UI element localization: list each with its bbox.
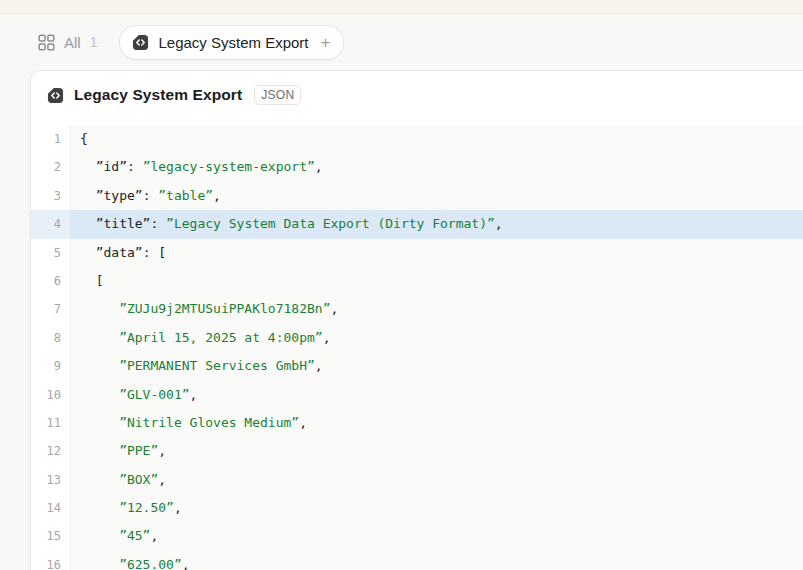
code-content: ”data”: [ — [71, 239, 803, 267]
all-tabs-label: All — [64, 34, 81, 51]
token-punc: { — [80, 131, 88, 146]
token-str: ”PERMANENT Services GmbH” — [80, 358, 315, 373]
token-str: ”Legacy System Data Export (Dirty Format… — [166, 216, 495, 231]
add-tab-button[interactable]: + — [321, 34, 331, 51]
tab-bar: All 1 Legacy System Export + — [0, 15, 803, 69]
code-content: ”April 15, 2025 at 4:00pm”, — [71, 324, 803, 352]
token-punc: , — [158, 443, 166, 458]
token-punc: , — [315, 159, 323, 174]
code-line: 2 ”id”: ”legacy-system-export”, — [31, 153, 803, 181]
token-punc: : [ — [143, 245, 166, 260]
token-key: ”id” — [80, 159, 127, 174]
code-line: 5 ”data”: [ — [31, 239, 803, 267]
code-line: 14 ”12.50”, — [31, 494, 803, 522]
token-str: ”625.00” — [80, 557, 182, 570]
tab-legacy-system-export[interactable]: Legacy System Export + — [119, 25, 344, 60]
token-punc: : — [143, 188, 159, 203]
code-file-icon — [47, 87, 64, 104]
code-content: ”PPE”, — [71, 437, 803, 465]
code-line: 11 ”Nitrile Gloves Medium”, — [31, 409, 803, 437]
code-line: 10 ”GLV-001”, — [31, 381, 803, 409]
format-badge: JSON — [254, 85, 301, 105]
json-code-viewer: 1 { 2 ”id”: ”legacy-system-export”, 3 ”t… — [31, 119, 803, 570]
token-punc: , — [315, 358, 323, 373]
line-number: 9 — [31, 352, 71, 380]
code-file-icon — [132, 34, 149, 51]
line-number: 5 — [31, 239, 71, 267]
code-line: 12 ”PPE”, — [31, 437, 803, 465]
line-number: 16 — [31, 551, 71, 570]
token-str: ”Nitrile Gloves Medium” — [80, 415, 299, 430]
token-str: ”ZUJu9j2MTUSuiPPAKlo7182Bn” — [80, 301, 330, 316]
token-str: ”table” — [158, 188, 213, 203]
code-content: ”GLV-001”, — [71, 381, 803, 409]
code-line: 8 ”April 15, 2025 at 4:00pm”, — [31, 324, 803, 352]
code-line: 1 { — [31, 125, 803, 153]
code-content: ”title”: ”Legacy System Data Export (Dir… — [71, 210, 803, 238]
line-number: 15 — [31, 522, 71, 550]
all-tabs-filter[interactable]: All 1 — [38, 34, 97, 51]
code-content: ”45”, — [71, 522, 803, 550]
line-number: 1 — [31, 125, 71, 153]
code-line: 9 ”PERMANENT Services GmbH”, — [31, 352, 803, 380]
code-line: 15 ”45”, — [31, 522, 803, 550]
line-number: 3 — [31, 182, 71, 210]
token-str: ”BOX” — [80, 472, 158, 487]
code-line: 7 ”ZUJu9j2MTUSuiPPAKlo7182Bn”, — [31, 295, 803, 323]
window-top-strip — [0, 0, 803, 14]
all-tabs-count: 1 — [90, 34, 98, 50]
line-number: 14 — [31, 494, 71, 522]
code-content: ”PERMANENT Services GmbH”, — [71, 352, 803, 380]
panel-title: Legacy System Export — [74, 86, 242, 104]
grid-icon — [38, 34, 55, 51]
code-content: ”625.00”, — [71, 551, 803, 570]
token-key: ”type” — [80, 188, 143, 203]
code-line: 3 ”type”: ”table”, — [31, 182, 803, 210]
code-content: ”id”: ”legacy-system-export”, — [71, 153, 803, 181]
token-punc: , — [323, 330, 331, 345]
token-punc: , — [158, 472, 166, 487]
panel-header: Legacy System Export JSON — [31, 71, 803, 119]
line-number: 4 — [31, 210, 71, 238]
token-str: ”PPE” — [80, 443, 158, 458]
token-punc: [ — [80, 273, 103, 288]
token-str: ”legacy-system-export” — [143, 159, 315, 174]
token-punc: , — [330, 301, 338, 316]
code-panel: Legacy System Export JSON 1 { 2 ”id”: ”l… — [30, 70, 803, 570]
tab-label: Legacy System Export — [158, 34, 308, 51]
token-punc: , — [299, 415, 307, 430]
code-line: 16 ”625.00”, — [31, 551, 803, 570]
line-number: 7 — [31, 295, 71, 323]
code-content: ”Nitrile Gloves Medium”, — [71, 409, 803, 437]
token-punc: , — [150, 528, 158, 543]
line-number: 10 — [31, 381, 71, 409]
token-punc: , — [174, 500, 182, 515]
code-content: { — [71, 125, 803, 153]
code-content: ”BOX”, — [71, 466, 803, 494]
line-number: 2 — [31, 153, 71, 181]
token-key: ”data” — [80, 245, 143, 260]
app-window: { "topbar": { "all_label": "All", "all_c… — [0, 0, 803, 570]
token-punc: : — [150, 216, 166, 231]
token-punc: , — [190, 387, 198, 402]
line-number: 8 — [31, 324, 71, 352]
token-punc: , — [495, 216, 503, 231]
code-line: 4 ”title”: ”Legacy System Data Export (D… — [31, 210, 803, 238]
token-str: ”April 15, 2025 at 4:00pm” — [80, 330, 323, 345]
code-line: 13 ”BOX”, — [31, 466, 803, 494]
token-key: ”title” — [80, 216, 150, 231]
code-content: ”ZUJu9j2MTUSuiPPAKlo7182Bn”, — [71, 295, 803, 323]
token-str: ”GLV-001” — [80, 387, 190, 402]
code-content: [ — [71, 267, 803, 295]
token-str: ”45” — [80, 528, 150, 543]
line-number: 12 — [31, 437, 71, 465]
code-content: ”type”: ”table”, — [71, 182, 803, 210]
token-punc: : — [127, 159, 143, 174]
token-punc: , — [213, 188, 221, 203]
line-number: 11 — [31, 409, 71, 437]
line-number: 6 — [31, 267, 71, 295]
code-line: 6 [ — [31, 267, 803, 295]
code-content: ”12.50”, — [71, 494, 803, 522]
line-number: 13 — [31, 466, 71, 494]
token-punc: , — [182, 557, 190, 570]
